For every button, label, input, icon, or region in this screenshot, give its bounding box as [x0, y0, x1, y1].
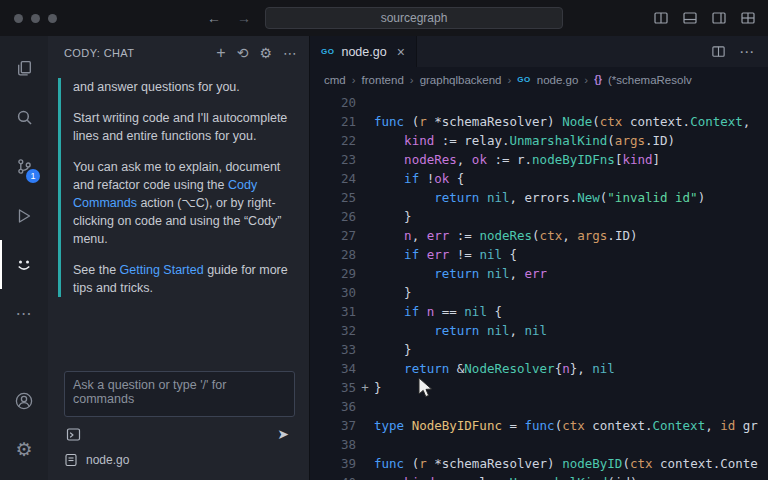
code-line: 26 }: [310, 207, 768, 226]
gutter-spacer: [356, 454, 374, 473]
source-control-icon[interactable]: 1: [0, 142, 48, 191]
code-line: 22 kind := relay.UnmarshalKind(args.ID): [310, 131, 768, 150]
window-minimize-icon[interactable]: [31, 14, 40, 23]
code-line: 40 kind := relay.UnmarshalKind(id): [310, 473, 768, 480]
breadcrumb-item[interactable]: (*schemaResolv: [608, 74, 692, 86]
command-center-search[interactable]: sourcegraph: [265, 7, 563, 29]
chat-text: and answer questions for you.: [73, 80, 240, 94]
breadcrumb: cmd›frontend›graphqlbackend›GOnode.go›{}…: [310, 67, 768, 92]
scm-badge: 1: [26, 169, 40, 183]
chat-link[interactable]: Getting Started: [120, 263, 204, 277]
window-controls[interactable]: [14, 14, 57, 23]
toggle-panel-icon[interactable]: [682, 10, 698, 26]
close-tab-icon[interactable]: ×: [397, 44, 405, 60]
chat-input[interactable]: [64, 371, 295, 417]
line-number: 34: [310, 359, 356, 378]
activity-bar-bottom: ⚙: [0, 376, 48, 480]
run-debug-icon[interactable]: [0, 191, 48, 240]
gutter-spacer: [356, 131, 374, 150]
settings-gear-icon[interactable]: ⚙: [0, 425, 48, 474]
breadcrumb-separator: ›: [584, 74, 588, 86]
activity-bar: 1 ⋯ ⚙: [0, 36, 48, 480]
add-annotation-icon[interactable]: +: [356, 378, 374, 397]
assistant-message: and answer questions for you.Start writi…: [58, 78, 295, 297]
toggle-sidebar-right-icon[interactable]: [711, 10, 727, 26]
line-number: 39: [310, 454, 356, 473]
code-line: 21func (r *schemaResolver) Node(ctx cont…: [310, 112, 768, 131]
cody-icon[interactable]: [0, 240, 48, 289]
window-maximize-icon[interactable]: [48, 14, 57, 23]
chat-text: See the: [73, 263, 120, 277]
send-message-icon[interactable]: ➤: [277, 426, 289, 442]
line-number: 36: [310, 397, 356, 416]
chat-settings-gear-icon[interactable]: ⚙: [259, 46, 272, 60]
gutter-spacer: [356, 93, 374, 112]
editor-tabbar: GO node.go × ⋯: [310, 36, 768, 67]
code-line: 32 return nil, nil: [310, 321, 768, 340]
split-editor-icon[interactable]: [653, 10, 669, 26]
more-views-icon[interactable]: ⋯: [0, 289, 48, 338]
line-number: 37: [310, 416, 356, 435]
code-text: return &NodeResolver{n}, nil: [374, 359, 615, 378]
chat-history-icon[interactable]: ⟲: [237, 46, 249, 60]
breadcrumb-separator: ›: [352, 74, 356, 86]
chat-transcript[interactable]: and answer questions for you.Start writi…: [48, 70, 309, 367]
customize-layout-icon[interactable]: [740, 10, 756, 26]
editor-more-icon[interactable]: ⋯: [739, 43, 755, 61]
chat-input-container: [64, 371, 295, 421]
tab-label: node.go: [341, 45, 386, 59]
gutter-spacer: [356, 150, 374, 169]
breadcrumb-item[interactable]: frontend: [362, 74, 404, 86]
gutter-spacer: [356, 112, 374, 131]
line-number: 22: [310, 131, 356, 150]
code-text: return nil, errors.New("invalid id"): [374, 188, 705, 207]
breadcrumb-separator: ›: [410, 74, 414, 86]
code-line: 35+}: [310, 378, 768, 397]
code-text: if !ok {: [374, 169, 464, 188]
new-chat-icon[interactable]: +: [216, 45, 225, 61]
account-icon[interactable]: [0, 376, 48, 425]
code-editor[interactable]: 2021func (r *schemaResolver) Node(ctx co…: [310, 92, 768, 480]
gutter-spacer: [356, 397, 374, 416]
explorer-icon[interactable]: [0, 44, 48, 93]
context-file-row[interactable]: node.go: [48, 444, 309, 476]
line-number: 20: [310, 93, 356, 112]
back-button[interactable]: ←: [207, 11, 221, 25]
line-number: 31: [310, 302, 356, 321]
gutter-spacer: [356, 340, 374, 359]
code-text: n, err := nodeRes(ctx, args.ID): [374, 226, 637, 245]
code-line: 23 nodeRes, ok := r.nodeByIDFns[kind]: [310, 150, 768, 169]
gutter-spacer: [356, 264, 374, 283]
search-icon[interactable]: [0, 93, 48, 142]
code-line: 38: [310, 435, 768, 454]
forward-button[interactable]: →: [237, 11, 251, 25]
sidebar-header: CODY: CHAT + ⟲ ⚙ ⋯: [48, 36, 309, 70]
window-close-icon[interactable]: [14, 14, 23, 23]
code-text: kind := relay.UnmarshalKind(args.ID): [374, 131, 675, 150]
chat-paragraph: See the Getting Started guide for more t…: [73, 261, 295, 297]
code-line: 29 return nil, err: [310, 264, 768, 283]
code-text: if err != nil {: [374, 245, 517, 264]
split-editor-icon[interactable]: [711, 44, 726, 59]
gutter-spacer: [356, 283, 374, 302]
command-prompt-icon[interactable]: [66, 427, 81, 442]
sidebar-more-icon[interactable]: ⋯: [283, 46, 297, 60]
breadcrumb-item[interactable]: graphqlbackend: [420, 74, 502, 86]
line-number: 28: [310, 245, 356, 264]
gutter-spacer: [356, 245, 374, 264]
line-number: 35: [310, 378, 356, 397]
tab-node-go[interactable]: GO node.go ×: [310, 36, 417, 67]
code-line: 33 }: [310, 340, 768, 359]
chat-paragraph: You can ask me to explain, document and …: [73, 158, 295, 248]
gutter-spacer: [356, 207, 374, 226]
breadcrumb-separator: ›: [507, 74, 511, 86]
line-number: 27: [310, 226, 356, 245]
sidebar-header-actions: + ⟲ ⚙ ⋯: [216, 45, 297, 61]
workbench: 1 ⋯ ⚙ CODY: CHAT + ⟲: [0, 36, 768, 480]
gutter-spacer: [356, 416, 374, 435]
breadcrumb-item[interactable]: node.go: [537, 74, 579, 86]
breadcrumb-item[interactable]: cmd: [324, 74, 346, 86]
line-number: 30: [310, 283, 356, 302]
sidebar-title: CODY: CHAT: [64, 47, 134, 59]
chat-paragraph: Start writing code and I'll autocomplete…: [73, 109, 295, 145]
